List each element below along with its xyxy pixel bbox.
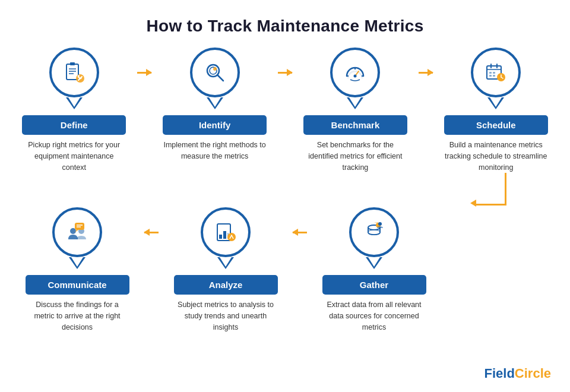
step-define: Define Pickup right metrics for your equ…	[18, 48, 130, 173]
svg-rect-24	[489, 75, 492, 77]
step-gather: Gather Extract data from all relevant da…	[315, 207, 433, 333]
database-people-icon	[361, 219, 387, 245]
arrow-line-2	[278, 72, 292, 74]
label-schedule: Schedule	[444, 115, 548, 135]
search-magnify-icon	[202, 59, 228, 86]
pin-body-schedule	[471, 48, 521, 97]
clipboard-wrench-icon	[61, 59, 87, 86]
svg-point-39	[378, 222, 382, 226]
desc-gather: Extract data from all relevant data sour…	[322, 299, 426, 333]
arrow-define-identify	[130, 48, 158, 97]
pin-body-analyze	[201, 207, 251, 257]
calendar-clock-icon	[483, 59, 509, 86]
svg-rect-32	[219, 235, 222, 239]
desc-identify: Implement the right methods to measure t…	[163, 140, 267, 162]
label-analyze: Analyze	[174, 275, 278, 295]
label-gather: Gather	[322, 275, 426, 295]
arrow-line-3	[419, 72, 433, 74]
corner-h-line	[474, 204, 506, 206]
step-identify: Identify Implement the right methods to …	[159, 48, 271, 162]
corner-arrowhead	[470, 200, 476, 207]
row1: Define Pickup right metrics for your equ…	[0, 48, 570, 173]
people-speech-icon	[64, 219, 90, 245]
pin-identify	[190, 48, 240, 109]
speedometer-icon	[342, 59, 368, 86]
page-title: How to Track Maintenance Metrics	[0, 0, 570, 48]
svg-rect-28	[75, 223, 84, 230]
pin-body-define	[49, 48, 99, 97]
brand: FieldCircle	[484, 366, 552, 381]
arrow-analyze-communicate	[137, 207, 166, 257]
arrow-benchmark-schedule	[411, 48, 439, 97]
pin-body-communicate	[52, 207, 102, 257]
corner-connector-area	[0, 173, 570, 207]
svg-point-14	[354, 75, 357, 78]
svg-rect-23	[493, 72, 495, 74]
svg-point-37	[368, 230, 380, 235]
desc-communicate: Discuss the findings for a metric to arr…	[26, 299, 129, 333]
step-benchmark: Benchmark Set benchmarks for the identif…	[299, 48, 411, 173]
svg-point-35	[227, 233, 236, 241]
pin-body-benchmark	[330, 48, 380, 97]
pin-body-gather	[349, 207, 399, 257]
pin-analyze	[201, 207, 251, 269]
pin-tip-inner-define	[68, 97, 80, 107]
desc-benchmark: Set benchmarks for the identified metric…	[303, 140, 407, 173]
svg-line-7	[218, 75, 223, 81]
brand-circle-text: Circle	[515, 366, 551, 381]
brand-field-text: Field	[484, 366, 515, 381]
arrow-identify-benchmark	[271, 48, 299, 97]
step-communicate: Communicate Discuss the findings for a m…	[18, 207, 137, 333]
step-analyze: Analyze Subject metrics to analysis to s…	[166, 207, 285, 333]
desc-analyze: Subject metrics to analysis to study tre…	[174, 299, 278, 333]
arrow-line-4	[144, 232, 159, 233]
desc-define: Pickup right metrics for your equipment …	[22, 140, 126, 173]
arrow-line-1	[137, 72, 151, 74]
svg-rect-25	[493, 75, 495, 77]
arrow-line-5	[293, 232, 307, 233]
pin-schedule	[471, 48, 521, 109]
row2: Communicate Discuss the findings for a m…	[0, 207, 570, 333]
svg-rect-33	[223, 231, 226, 239]
svg-rect-1	[70, 62, 75, 65]
arrow-gather-analyze	[285, 207, 315, 257]
label-define: Define	[22, 115, 126, 135]
step-schedule: Schedule Build a maintenance metrics tra…	[440, 48, 552, 173]
label-identify: Identify	[163, 115, 267, 135]
chart-bar-icon	[213, 219, 239, 245]
page-wrapper: How to Track Maintenance Metrics	[0, 0, 570, 392]
svg-point-9	[213, 67, 217, 71]
label-communicate: Communicate	[26, 275, 129, 295]
corner-v-line	[505, 173, 506, 206]
desc-schedule: Build a maintenance metrics tracking sch…	[444, 140, 548, 173]
pin-define	[49, 48, 99, 109]
svg-point-6	[207, 65, 219, 77]
pin-communicate	[52, 207, 102, 269]
pin-body-identify	[190, 48, 240, 97]
svg-rect-22	[489, 72, 492, 74]
label-benchmark: Benchmark	[303, 115, 407, 135]
pin-benchmark	[330, 48, 380, 109]
pin-gather	[349, 207, 399, 269]
